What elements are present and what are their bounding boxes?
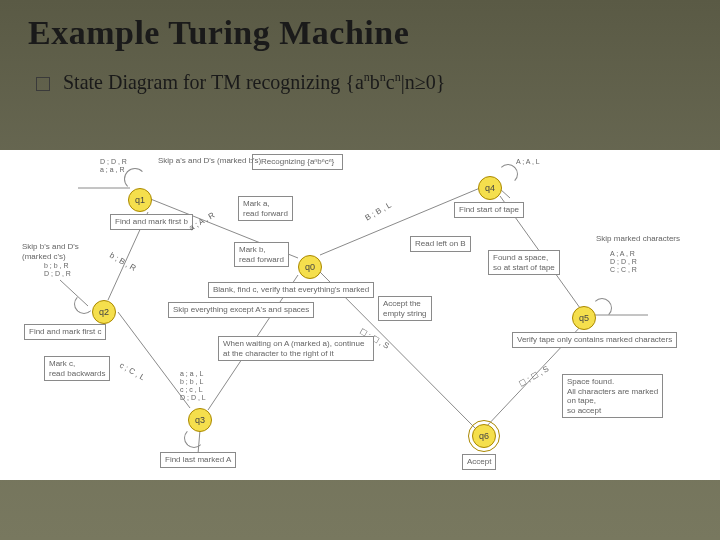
state-q6: q6 bbox=[472, 424, 496, 448]
note-q2-find: Find and mark first c bbox=[24, 324, 106, 340]
note-q6-accept: Accept bbox=[462, 454, 496, 470]
state-q4: q4 bbox=[478, 176, 502, 200]
subtitle-line: State Diagram for TM recognizing {anbncn… bbox=[36, 70, 445, 94]
note-q4-hit: Found a space, so at start of tape bbox=[488, 250, 560, 275]
q1-loop-lbl: D ; D , R a ; a , R bbox=[100, 158, 127, 174]
subtitle-post: |n≥0} bbox=[401, 71, 446, 93]
q5-loop-lbl: A ; A , R D ; D , R C ; C , R bbox=[610, 250, 637, 274]
q1-skip-title: Skip a's and D's (marked b's) bbox=[158, 156, 261, 166]
note-accept-empty: Accept the empty string bbox=[378, 296, 432, 321]
note-q3-skip: Skip everything except A's and spaces bbox=[168, 302, 314, 318]
q3-loop-lbl: a ; a , L b ; b , L c ; c , L D ; D , L bbox=[180, 370, 206, 402]
loop-q5 bbox=[592, 298, 612, 318]
subtitle-mid1: b bbox=[370, 71, 380, 93]
banner-note: Recognizing {aⁿbⁿcⁿ} bbox=[252, 154, 343, 170]
loop-q1 bbox=[124, 168, 146, 190]
q4-loop-lbl: A ; A , L bbox=[516, 158, 540, 166]
note-q5-space: Space found. All characters are marked o… bbox=[562, 374, 663, 418]
note-q3-mark: Mark c, read backwards bbox=[44, 356, 110, 381]
bullet-icon bbox=[36, 77, 50, 91]
note-q4-find: Find start of tape bbox=[454, 202, 524, 218]
loop-q4 bbox=[498, 164, 518, 184]
note-q0-q3: When waiting on A (marked a), continue a… bbox=[218, 336, 374, 361]
q2-skip-title: Skip b's and D's (marked c's) bbox=[22, 242, 79, 261]
note-q3-find: Find last marked A bbox=[160, 452, 236, 468]
note-q1-find: Find and mark first b bbox=[110, 214, 193, 230]
q5-skip-title: Skip marked characters bbox=[596, 234, 680, 244]
loop-q3 bbox=[184, 428, 204, 448]
state-q2: q2 bbox=[92, 300, 116, 324]
loop-q2 bbox=[74, 294, 94, 314]
note-q0-blank: Blank, find c, verify that everything's … bbox=[208, 282, 374, 298]
note-q5-title: Verify tape only contains marked charact… bbox=[512, 332, 677, 348]
diagram-canvas: Recognizing {aⁿbⁿcⁿ} q1 D ; D , R a ; a … bbox=[0, 150, 720, 480]
q2-loop-lbl: b ; b , R D ; D , R bbox=[44, 262, 71, 278]
subtitle-mid2: c bbox=[386, 71, 395, 93]
state-q0: q0 bbox=[298, 255, 322, 279]
state-q1: q1 bbox=[128, 188, 152, 212]
note-q0-marka: Mark a, read forward bbox=[238, 196, 293, 221]
note-readB: Read left on B bbox=[410, 236, 471, 252]
note-q0-markb: Mark b, read forward bbox=[234, 242, 289, 267]
slide: Example Turing Machine State Diagram for… bbox=[0, 0, 720, 540]
subtitle-pre: State Diagram for TM recognizing {a bbox=[63, 71, 364, 93]
page-title: Example Turing Machine bbox=[28, 14, 409, 52]
